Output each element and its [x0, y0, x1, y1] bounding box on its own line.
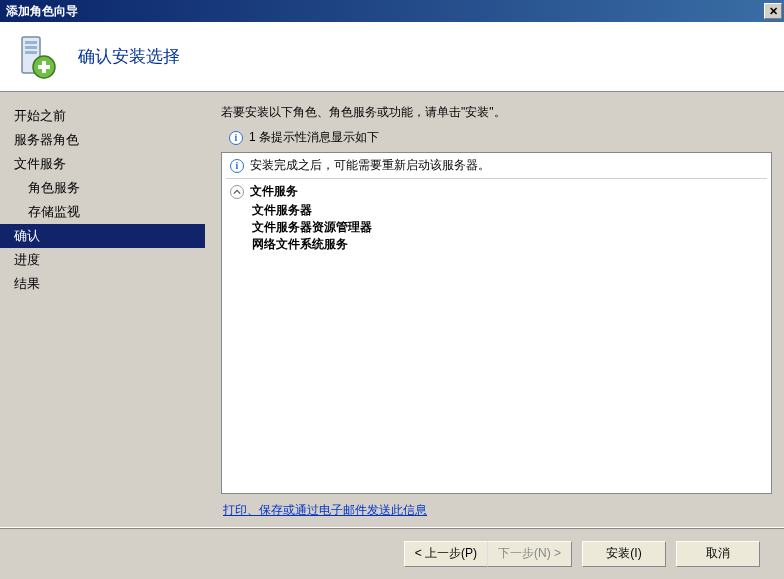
link-row: 打印、保存或通过电子邮件发送此信息	[221, 494, 772, 527]
server-role-icon	[12, 33, 60, 81]
sidebar-item-progress[interactable]: 进度	[0, 248, 205, 272]
cancel-button[interactable]: 取消	[676, 541, 760, 567]
sidebar-item-results[interactable]: 结果	[0, 272, 205, 296]
info-summary-row: i 1 条提示性消息显示如下	[221, 129, 772, 146]
info-icon: i	[230, 159, 244, 173]
close-button[interactable]: ✕	[764, 3, 782, 19]
wizard-header: 确认安装选择	[0, 22, 784, 92]
svg-rect-1	[25, 41, 37, 44]
previous-button[interactable]: < 上一步(P)	[404, 541, 488, 567]
list-item: 文件服务器资源管理器	[252, 219, 763, 236]
section-title: 文件服务	[250, 183, 298, 200]
titlebar: 添加角色向导 ✕	[0, 0, 784, 22]
info-icon: i	[229, 131, 243, 145]
wizard-body: 开始之前 服务器角色 文件服务 角色服务 存储监视 确认 进度 结果 若要安装以…	[0, 92, 784, 527]
main-panel: 若要安装以下角色、角色服务或功能，请单击"安装"。 i 1 条提示性消息显示如下…	[205, 92, 784, 527]
chevron-up-icon	[230, 185, 244, 199]
notice-text: 安装完成之后，可能需要重新启动该服务器。	[250, 157, 490, 174]
content-box: i 安装完成之后，可能需要重新启动该服务器。 文件服务 文件服务器 文件服务器资…	[221, 152, 772, 494]
notice-row: i 安装完成之后，可能需要重新启动该服务器。	[222, 153, 771, 178]
svg-rect-3	[25, 51, 37, 54]
next-button: 下一步(N) >	[487, 541, 572, 567]
info-summary-text: 1 条提示性消息显示如下	[249, 129, 379, 146]
section-header[interactable]: 文件服务	[222, 179, 771, 202]
wizard-window: 添加角色向导 ✕ 确认安装选择 开始之前 服务器角色 文件服务 角色服务 存储监…	[0, 0, 784, 579]
sidebar-item-storage-monitor[interactable]: 存储监视	[0, 200, 205, 224]
sidebar-item-file-services[interactable]: 文件服务	[0, 152, 205, 176]
install-button[interactable]: 安装(I)	[582, 541, 666, 567]
list-item: 网络文件系统服务	[252, 236, 763, 253]
selected-items: 文件服务器 文件服务器资源管理器 网络文件系统服务	[222, 202, 771, 257]
window-title: 添加角色向导	[6, 3, 78, 20]
sidebar-item-before-begin[interactable]: 开始之前	[0, 104, 205, 128]
list-item: 文件服务器	[252, 202, 763, 219]
sidebar-item-server-roles[interactable]: 服务器角色	[0, 128, 205, 152]
sidebar-item-role-services[interactable]: 角色服务	[0, 176, 205, 200]
svg-rect-2	[25, 46, 37, 49]
footer: < 上一步(P) 下一步(N) > 安装(I) 取消	[0, 527, 784, 579]
svg-rect-6	[38, 65, 50, 69]
nav-button-group: < 上一步(P) 下一步(N) >	[404, 541, 572, 567]
instruction-text: 若要安装以下角色、角色服务或功能，请单击"安装"。	[221, 104, 772, 121]
export-link[interactable]: 打印、保存或通过电子邮件发送此信息	[223, 503, 427, 517]
page-title: 确认安装选择	[78, 45, 180, 68]
sidebar-item-confirm[interactable]: 确认	[0, 224, 205, 248]
sidebar: 开始之前 服务器角色 文件服务 角色服务 存储监视 确认 进度 结果	[0, 92, 205, 527]
